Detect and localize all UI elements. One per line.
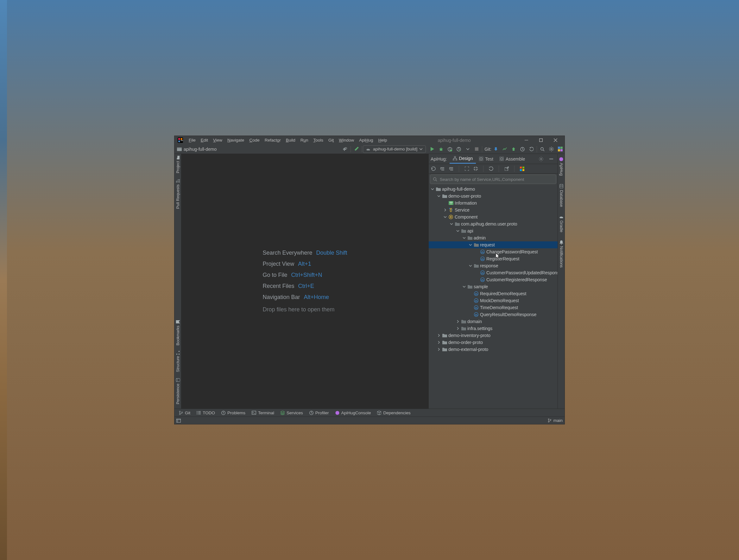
menu-apihug[interactable]: ApiHug [356,137,376,143]
tool-persistence[interactable]: Persistence [176,377,180,405]
menu-run[interactable]: Run [298,137,311,143]
tool-bookmarks[interactable]: Bookmarks [176,319,180,347]
tab-apihugconsole[interactable]: ApiHugConsole [332,409,374,417]
tree-demo-inventory[interactable]: demo-inventory-proto [429,332,558,339]
run-button[interactable] [428,145,437,154]
tree-package[interactable]: com.apihug.demo.user.proto [429,221,558,228]
tree-customerregisteredresponse[interactable]: mCustomerRegisteredResponse [429,276,558,283]
compile-icon[interactable] [341,145,349,154]
profile-button[interactable] [454,145,463,154]
tool-structure[interactable]: Structure [176,350,180,374]
tool-windows-icon[interactable] [176,419,181,423]
tab-git[interactable]: Git [176,409,193,417]
tree-customerpasswordupdatedresponse[interactable]: mCustomerPasswordUpdatedResponse [429,269,558,276]
tree-domain[interactable]: domain [429,318,558,325]
menu-refactor[interactable]: Refactor [262,137,283,143]
tree-infra[interactable]: infra.settings [429,325,558,332]
git-commit-icon[interactable] [500,145,509,154]
tree-demo-user[interactable]: demo-user-proto [429,192,558,199]
menu-file[interactable]: File [186,137,198,143]
tab-todo[interactable]: TODO [193,409,218,417]
menu-window[interactable]: Window [336,137,356,143]
tab-services[interactable]: Services [277,409,306,417]
tab-design[interactable]: Design [450,154,476,164]
refresh-icon[interactable] [431,164,436,173]
menu-view[interactable]: View [210,137,225,143]
tree-mockdemorequest[interactable]: mMockDemoRequest [429,297,558,304]
build-hammer-icon[interactable] [352,145,360,154]
menu-code[interactable]: Code [247,137,262,143]
tab-problems[interactable]: Problems [218,409,249,417]
menu-git[interactable]: Git [326,137,336,143]
tree-queryresultdemoresponse[interactable]: mQueryResultDemoResponse [429,311,558,318]
tree-service[interactable]: Service [429,206,558,214]
external-link-icon[interactable] [504,164,509,173]
tool-pull-requests[interactable]: Pull Requests [176,178,180,210]
main-area: Project Pull Requests Bookmarks Structur… [174,154,565,409]
tree-demo-order[interactable]: demo-order-proto [429,339,558,346]
svg-text:m: m [481,271,484,275]
tree-root[interactable]: apihug-full-demo [429,186,558,192]
stop-button[interactable] [472,145,481,154]
close-button[interactable] [548,136,563,144]
tree-request[interactable]: request [429,241,558,248]
tree-response[interactable]: response [429,262,558,269]
search-input[interactable] [440,177,554,182]
tree-component[interactable]: Component [429,214,558,221]
settings-gear-icon[interactable] [547,145,556,154]
ms-icon[interactable] [519,164,525,173]
shrink-icon[interactable] [473,164,478,173]
apihug-tree[interactable]: apihug-full-demodemo-user-protoInformati… [429,185,558,409]
tree-requireddemorequest[interactable]: mRequiredDemoRequest [429,290,558,297]
tab-profiler[interactable]: Profiler [306,409,332,417]
tree-sample[interactable]: sample [429,283,558,290]
tree-timedemorequest[interactable]: mTimeDemoRequest [429,304,558,311]
git-branch[interactable]: main [548,418,563,423]
menu-build[interactable]: Build [283,137,298,143]
search-icon[interactable] [538,145,547,154]
expand-icon[interactable] [439,164,445,173]
panel-hide-icon[interactable] [547,155,556,163]
svg-rect-46 [523,169,524,171]
collapse-icon[interactable] [448,164,454,173]
tool-database[interactable]: Database [559,183,564,208]
breadcrumb-project[interactable]: apihug-full-demo [184,147,216,152]
tree-registerrequest[interactable]: mRegisterRequest [429,255,558,262]
tool-apihug[interactable]: ApiHug [559,156,564,177]
project-icon [177,147,182,151]
tab-dependencies[interactable]: Dependencies [374,409,414,417]
tab-test[interactable]: Test [476,154,496,164]
panel-gear-icon[interactable] [537,155,546,163]
maximize-button[interactable] [534,136,548,144]
svg-rect-35 [481,159,483,161]
menu-edit[interactable]: Edit [198,137,210,143]
tree-api[interactable]: api [429,228,558,234]
debug-button[interactable] [437,145,445,154]
svg-point-70 [179,411,180,412]
fullscreen-icon[interactable] [464,164,469,173]
attach-button[interactable] [463,145,472,154]
reload-icon[interactable] [488,164,494,173]
plugin-icon[interactable] [556,145,565,154]
git-push-icon[interactable] [509,145,518,154]
tool-gradle[interactable]: Gradle [559,214,564,234]
apihug-search[interactable] [430,174,556,184]
tab-terminal[interactable]: Terminal [249,409,277,417]
tool-notifications[interactable]: Notifications [559,239,564,269]
tree-information[interactable]: Information [429,199,558,206]
tree-changepasswordrequest[interactable]: mChangePasswordRequest [429,248,558,255]
menu-tools[interactable]: Tools [311,137,326,143]
tree-demo-external[interactable]: demo-external-proto [429,346,558,353]
coverage-button[interactable] [445,145,454,154]
menu-help[interactable]: Help [376,137,390,143]
minimize-button[interactable] [519,136,534,144]
git-update-icon[interactable] [491,145,500,154]
git-rollback-icon[interactable] [527,145,536,154]
tool-project[interactable]: Project [176,155,180,174]
run-config-selector[interactable]: apihug-full-demo [build] [363,145,426,153]
git-history-icon[interactable] [518,145,527,154]
editor-empty[interactable]: Search EverywhereDouble ShiftProject Vie… [181,154,428,409]
tab-assemble[interactable]: Assemble [496,154,528,164]
tree-admin[interactable]: admin [429,234,558,241]
menu-navigate[interactable]: Navigate [225,137,247,143]
